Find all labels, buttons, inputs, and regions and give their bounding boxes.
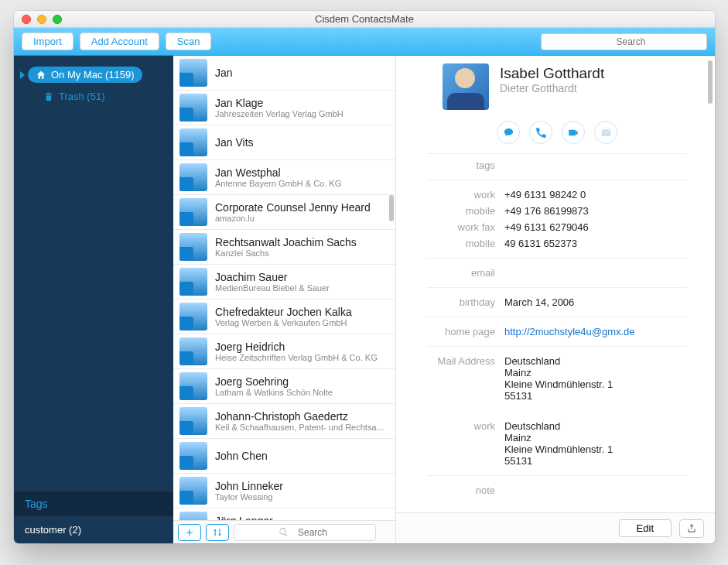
home-icon (181, 214, 192, 225)
phone-value: +49 6131 98242 0 (504, 189, 586, 200)
contact-row-sub: Jahreszeiten Verlag Verlag GmbH (215, 109, 343, 118)
video-icon (568, 127, 579, 139)
tags-header: Tags (14, 491, 173, 516)
message-button[interactable] (497, 121, 520, 144)
avatar (179, 477, 207, 505)
field-label-tags: tags (396, 159, 495, 171)
avatar (179, 268, 207, 296)
phone-value: 49 6131 652373 (504, 238, 577, 249)
contact-row-sub: MedienBureau Biebel & Sauer (215, 283, 330, 293)
contact-row-name: Jan Klage (215, 97, 343, 109)
email-button[interactable] (594, 121, 617, 144)
share-button[interactable] (679, 519, 704, 538)
field-label-work-address: work (396, 420, 495, 432)
add-contact-button[interactable] (178, 524, 201, 541)
contact-row[interactable]: Jörg LangerIDG Entertainment Verlag GmbH (173, 508, 395, 520)
address-line: 55131 (504, 455, 613, 467)
contact-row[interactable]: John Chen (173, 439, 395, 474)
contact-row-sub: amazon.lu (215, 214, 371, 223)
sidebar-tag-customer[interactable]: customer (2) (14, 516, 173, 543)
contact-row[interactable]: Joerg SoehringLatham & Watkins Schön Nol… (173, 369, 395, 404)
contact-row-name: John Linneker (215, 480, 283, 492)
field-value-birthday: March 14, 2006 (504, 296, 574, 308)
contact-row-name: Rechtsanwalt Joachim Sachs (215, 236, 357, 248)
import-button[interactable]: Import (22, 33, 73, 50)
address-line: Deutschland (504, 420, 613, 432)
video-button[interactable] (562, 121, 585, 144)
sidebar-label-on-my-mac: On My Mac (1159) (51, 69, 135, 80)
contact-row[interactable]: Jan KlageJahreszeiten Verlag Verlag GmbH (173, 91, 395, 125)
home-icon (181, 389, 192, 399)
address-line: Kleine Windmühlenstr. 1 (504, 378, 613, 390)
avatar (179, 128, 207, 156)
avatar[interactable] (443, 63, 489, 110)
home-icon (181, 423, 192, 434)
contact-row[interactable]: Jan WestphalAntenne Bayern GmbH & Co. KG (173, 160, 395, 195)
address-line: 55131 (504, 390, 613, 402)
contact-row-name: Joerg Soehring (215, 375, 333, 388)
phone-label: mobile (396, 205, 495, 217)
contact-row[interactable]: Joachim SauerMedienBureau Biebel & Sauer (173, 265, 395, 300)
home-icon (181, 110, 192, 121)
contact-row[interactable]: Joerg HeidrichHeise Zeitschriften Verlag… (173, 334, 395, 369)
address-line: Deutschland (504, 355, 613, 367)
contact-row-name: Jan Vits (215, 136, 254, 149)
contact-row[interactable]: Jan Vits (173, 125, 395, 160)
avatar (179, 337, 207, 365)
sort-button[interactable] (206, 524, 229, 541)
main-panes: On My Mac (1159) Trash (51) Tags custome… (14, 56, 715, 543)
contact-row[interactable]: Johann-Christoph GaedertzKeil & Schaafha… (173, 404, 395, 439)
contact-row-name: Corporate Counsel Jenny Heard (215, 201, 371, 214)
field-value-work-address: DeutschlandMainzKleine Windmühlenstr. 15… (504, 420, 613, 467)
address-line: Mainz (504, 367, 613, 378)
home-icon (181, 284, 192, 295)
search-wrap (541, 33, 707, 50)
phone-value: +49 6131 6279046 (504, 221, 589, 233)
message-icon (503, 127, 514, 139)
contact-row[interactable]: John LinnekerTaylor Wessing (173, 474, 395, 508)
scan-button[interactable]: Scan (166, 33, 212, 50)
contact-row-sub: Taylor Wessing (215, 492, 283, 502)
avatar (179, 407, 207, 435)
contact-row-name: Chefredakteur Jochen Kalka (215, 306, 352, 318)
contact-row[interactable]: Chefredakteur Jochen KalkaVerlag Werben … (173, 300, 395, 334)
contact-row-name: Joachim Sauer (215, 271, 330, 283)
contact-row[interactable]: Jan (173, 56, 395, 91)
contact-row[interactable]: Corporate Counsel Jenny Heardamazon.lu (173, 195, 395, 230)
sidebar-item-trash[interactable]: Trash (51) (14, 91, 173, 102)
avatar (179, 233, 207, 261)
address-line: Kleine Windmühlenstr. 1 (504, 443, 613, 455)
detail-footer: Edit (396, 512, 715, 543)
titlebar: Cisdem ContactsMate (14, 11, 715, 28)
avatar (179, 94, 207, 122)
contact-search-input[interactable] (234, 524, 376, 541)
contact-row-sub: Latham & Watkins Schön Nolte (215, 388, 333, 397)
address-line: Mainz (504, 432, 613, 443)
detail-pane: Isabel Gotthardt Dieter Gotthardt tags w… (396, 56, 715, 543)
field-value-homepage[interactable]: http://2muchstyle4u@gmx.de (504, 326, 635, 337)
disclosure-triangle-icon[interactable] (20, 71, 25, 79)
contact-row[interactable]: Rechtsanwalt Joachim SachsKanzlei Sachs (173, 230, 395, 265)
scrollbar-thumb[interactable] (389, 195, 394, 221)
window-title: Cisdem ContactsMate (14, 13, 715, 25)
sidebar-item-on-my-mac[interactable]: On My Mac (1159) (28, 67, 142, 83)
add-account-button[interactable]: Add Account (80, 33, 159, 50)
contact-list[interactable]: JanJan KlageJahreszeiten Verlag Verlag G… (173, 56, 395, 520)
avatar (179, 512, 207, 520)
contact-row-name: Johann-Christoph Gaedertz (215, 410, 384, 423)
contact-row-sub: Kanzlei Sachs (215, 248, 357, 258)
home-icon (181, 249, 192, 260)
phone-label: work (396, 189, 495, 200)
home-icon (181, 493, 192, 504)
search-input[interactable] (541, 33, 707, 50)
edit-button[interactable]: Edit (619, 519, 672, 537)
home-icon (181, 180, 192, 190)
avatar (179, 59, 207, 87)
avatar (179, 303, 207, 330)
call-button[interactable] (529, 121, 552, 144)
home-icon (181, 354, 192, 365)
sidebar: On My Mac (1159) Trash (51) Tags custome… (14, 56, 173, 543)
detail-scrollbar-thumb[interactable] (708, 60, 713, 104)
home-icon (181, 319, 192, 330)
contact-row-name: Jörg Langer (215, 515, 339, 520)
